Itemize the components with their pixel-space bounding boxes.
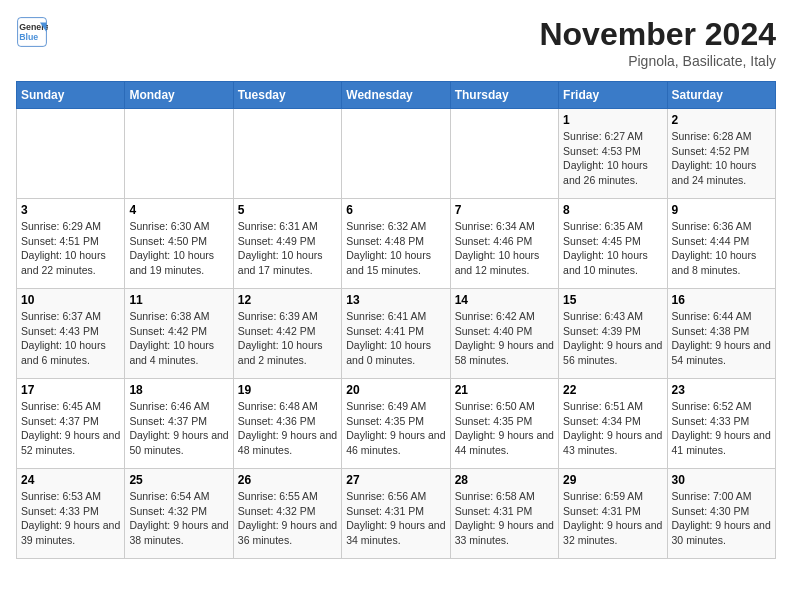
calendar-cell: 17Sunrise: 6:45 AM Sunset: 4:37 PM Dayli… bbox=[17, 379, 125, 469]
day-number: 13 bbox=[346, 293, 445, 307]
day-info: Sunrise: 6:53 AM Sunset: 4:33 PM Dayligh… bbox=[21, 489, 120, 548]
day-info: Sunrise: 6:46 AM Sunset: 4:37 PM Dayligh… bbox=[129, 399, 228, 458]
day-info: Sunrise: 6:36 AM Sunset: 4:44 PM Dayligh… bbox=[672, 219, 771, 278]
day-info: Sunrise: 6:34 AM Sunset: 4:46 PM Dayligh… bbox=[455, 219, 554, 278]
calendar-cell: 7Sunrise: 6:34 AM Sunset: 4:46 PM Daylig… bbox=[450, 199, 558, 289]
calendar-cell: 6Sunrise: 6:32 AM Sunset: 4:48 PM Daylig… bbox=[342, 199, 450, 289]
calendar-cell bbox=[233, 109, 341, 199]
day-info: Sunrise: 6:31 AM Sunset: 4:49 PM Dayligh… bbox=[238, 219, 337, 278]
calendar-cell: 23Sunrise: 6:52 AM Sunset: 4:33 PM Dayli… bbox=[667, 379, 775, 469]
day-number: 21 bbox=[455, 383, 554, 397]
day-info: Sunrise: 6:28 AM Sunset: 4:52 PM Dayligh… bbox=[672, 129, 771, 188]
calendar-cell: 26Sunrise: 6:55 AM Sunset: 4:32 PM Dayli… bbox=[233, 469, 341, 559]
weekday-header-saturday: Saturday bbox=[667, 82, 775, 109]
day-info: Sunrise: 6:59 AM Sunset: 4:31 PM Dayligh… bbox=[563, 489, 662, 548]
day-info: Sunrise: 7:00 AM Sunset: 4:30 PM Dayligh… bbox=[672, 489, 771, 548]
weekday-header-wednesday: Wednesday bbox=[342, 82, 450, 109]
calendar-cell: 8Sunrise: 6:35 AM Sunset: 4:45 PM Daylig… bbox=[559, 199, 667, 289]
day-info: Sunrise: 6:55 AM Sunset: 4:32 PM Dayligh… bbox=[238, 489, 337, 548]
page-header: General Blue November 2024 Pignola, Basi… bbox=[16, 16, 776, 69]
day-number: 8 bbox=[563, 203, 662, 217]
calendar-cell: 19Sunrise: 6:48 AM Sunset: 4:36 PM Dayli… bbox=[233, 379, 341, 469]
day-info: Sunrise: 6:43 AM Sunset: 4:39 PM Dayligh… bbox=[563, 309, 662, 368]
day-info: Sunrise: 6:58 AM Sunset: 4:31 PM Dayligh… bbox=[455, 489, 554, 548]
calendar-cell: 24Sunrise: 6:53 AM Sunset: 4:33 PM Dayli… bbox=[17, 469, 125, 559]
day-number: 17 bbox=[21, 383, 120, 397]
day-number: 7 bbox=[455, 203, 554, 217]
day-info: Sunrise: 6:32 AM Sunset: 4:48 PM Dayligh… bbox=[346, 219, 445, 278]
day-number: 4 bbox=[129, 203, 228, 217]
calendar-cell: 3Sunrise: 6:29 AM Sunset: 4:51 PM Daylig… bbox=[17, 199, 125, 289]
day-number: 23 bbox=[672, 383, 771, 397]
weekday-header-row: SundayMondayTuesdayWednesdayThursdayFrid… bbox=[17, 82, 776, 109]
day-number: 11 bbox=[129, 293, 228, 307]
day-info: Sunrise: 6:41 AM Sunset: 4:41 PM Dayligh… bbox=[346, 309, 445, 368]
calendar-cell: 27Sunrise: 6:56 AM Sunset: 4:31 PM Dayli… bbox=[342, 469, 450, 559]
calendar-cell bbox=[125, 109, 233, 199]
day-info: Sunrise: 6:44 AM Sunset: 4:38 PM Dayligh… bbox=[672, 309, 771, 368]
day-info: Sunrise: 6:56 AM Sunset: 4:31 PM Dayligh… bbox=[346, 489, 445, 548]
day-number: 2 bbox=[672, 113, 771, 127]
day-number: 18 bbox=[129, 383, 228, 397]
day-number: 30 bbox=[672, 473, 771, 487]
calendar-cell: 9Sunrise: 6:36 AM Sunset: 4:44 PM Daylig… bbox=[667, 199, 775, 289]
day-info: Sunrise: 6:45 AM Sunset: 4:37 PM Dayligh… bbox=[21, 399, 120, 458]
calendar-cell: 25Sunrise: 6:54 AM Sunset: 4:32 PM Dayli… bbox=[125, 469, 233, 559]
calendar-week-3: 10Sunrise: 6:37 AM Sunset: 4:43 PM Dayli… bbox=[17, 289, 776, 379]
calendar-week-4: 17Sunrise: 6:45 AM Sunset: 4:37 PM Dayli… bbox=[17, 379, 776, 469]
calendar-cell: 4Sunrise: 6:30 AM Sunset: 4:50 PM Daylig… bbox=[125, 199, 233, 289]
calendar-cell: 2Sunrise: 6:28 AM Sunset: 4:52 PM Daylig… bbox=[667, 109, 775, 199]
day-info: Sunrise: 6:27 AM Sunset: 4:53 PM Dayligh… bbox=[563, 129, 662, 188]
calendar-cell: 12Sunrise: 6:39 AM Sunset: 4:42 PM Dayli… bbox=[233, 289, 341, 379]
calendar-cell bbox=[342, 109, 450, 199]
day-info: Sunrise: 6:35 AM Sunset: 4:45 PM Dayligh… bbox=[563, 219, 662, 278]
day-number: 19 bbox=[238, 383, 337, 397]
weekday-header-monday: Monday bbox=[125, 82, 233, 109]
calendar-cell: 18Sunrise: 6:46 AM Sunset: 4:37 PM Dayli… bbox=[125, 379, 233, 469]
weekday-header-friday: Friday bbox=[559, 82, 667, 109]
calendar-week-1: 1Sunrise: 6:27 AM Sunset: 4:53 PM Daylig… bbox=[17, 109, 776, 199]
day-info: Sunrise: 6:52 AM Sunset: 4:33 PM Dayligh… bbox=[672, 399, 771, 458]
day-info: Sunrise: 6:29 AM Sunset: 4:51 PM Dayligh… bbox=[21, 219, 120, 278]
day-number: 14 bbox=[455, 293, 554, 307]
calendar-cell: 20Sunrise: 6:49 AM Sunset: 4:35 PM Dayli… bbox=[342, 379, 450, 469]
day-info: Sunrise: 6:54 AM Sunset: 4:32 PM Dayligh… bbox=[129, 489, 228, 548]
day-info: Sunrise: 6:50 AM Sunset: 4:35 PM Dayligh… bbox=[455, 399, 554, 458]
month-title: November 2024 bbox=[539, 16, 776, 53]
location: Pignola, Basilicate, Italy bbox=[539, 53, 776, 69]
logo: General Blue bbox=[16, 16, 48, 48]
day-info: Sunrise: 6:30 AM Sunset: 4:50 PM Dayligh… bbox=[129, 219, 228, 278]
day-info: Sunrise: 6:48 AM Sunset: 4:36 PM Dayligh… bbox=[238, 399, 337, 458]
day-info: Sunrise: 6:39 AM Sunset: 4:42 PM Dayligh… bbox=[238, 309, 337, 368]
calendar-cell: 16Sunrise: 6:44 AM Sunset: 4:38 PM Dayli… bbox=[667, 289, 775, 379]
day-number: 1 bbox=[563, 113, 662, 127]
weekday-header-thursday: Thursday bbox=[450, 82, 558, 109]
calendar-cell: 29Sunrise: 6:59 AM Sunset: 4:31 PM Dayli… bbox=[559, 469, 667, 559]
day-number: 29 bbox=[563, 473, 662, 487]
calendar-cell: 13Sunrise: 6:41 AM Sunset: 4:41 PM Dayli… bbox=[342, 289, 450, 379]
calendar-week-5: 24Sunrise: 6:53 AM Sunset: 4:33 PM Dayli… bbox=[17, 469, 776, 559]
day-info: Sunrise: 6:37 AM Sunset: 4:43 PM Dayligh… bbox=[21, 309, 120, 368]
day-number: 6 bbox=[346, 203, 445, 217]
day-number: 24 bbox=[21, 473, 120, 487]
title-block: November 2024 Pignola, Basilicate, Italy bbox=[539, 16, 776, 69]
calendar-cell: 10Sunrise: 6:37 AM Sunset: 4:43 PM Dayli… bbox=[17, 289, 125, 379]
day-number: 15 bbox=[563, 293, 662, 307]
calendar-cell bbox=[17, 109, 125, 199]
calendar-table: SundayMondayTuesdayWednesdayThursdayFrid… bbox=[16, 81, 776, 559]
day-info: Sunrise: 6:51 AM Sunset: 4:34 PM Dayligh… bbox=[563, 399, 662, 458]
calendar-cell: 11Sunrise: 6:38 AM Sunset: 4:42 PM Dayli… bbox=[125, 289, 233, 379]
day-number: 9 bbox=[672, 203, 771, 217]
calendar-cell: 22Sunrise: 6:51 AM Sunset: 4:34 PM Dayli… bbox=[559, 379, 667, 469]
calendar-cell: 28Sunrise: 6:58 AM Sunset: 4:31 PM Dayli… bbox=[450, 469, 558, 559]
day-number: 5 bbox=[238, 203, 337, 217]
day-number: 28 bbox=[455, 473, 554, 487]
calendar-cell: 21Sunrise: 6:50 AM Sunset: 4:35 PM Dayli… bbox=[450, 379, 558, 469]
day-number: 26 bbox=[238, 473, 337, 487]
day-number: 25 bbox=[129, 473, 228, 487]
day-number: 12 bbox=[238, 293, 337, 307]
calendar-cell: 5Sunrise: 6:31 AM Sunset: 4:49 PM Daylig… bbox=[233, 199, 341, 289]
weekday-header-sunday: Sunday bbox=[17, 82, 125, 109]
day-info: Sunrise: 6:38 AM Sunset: 4:42 PM Dayligh… bbox=[129, 309, 228, 368]
day-number: 20 bbox=[346, 383, 445, 397]
